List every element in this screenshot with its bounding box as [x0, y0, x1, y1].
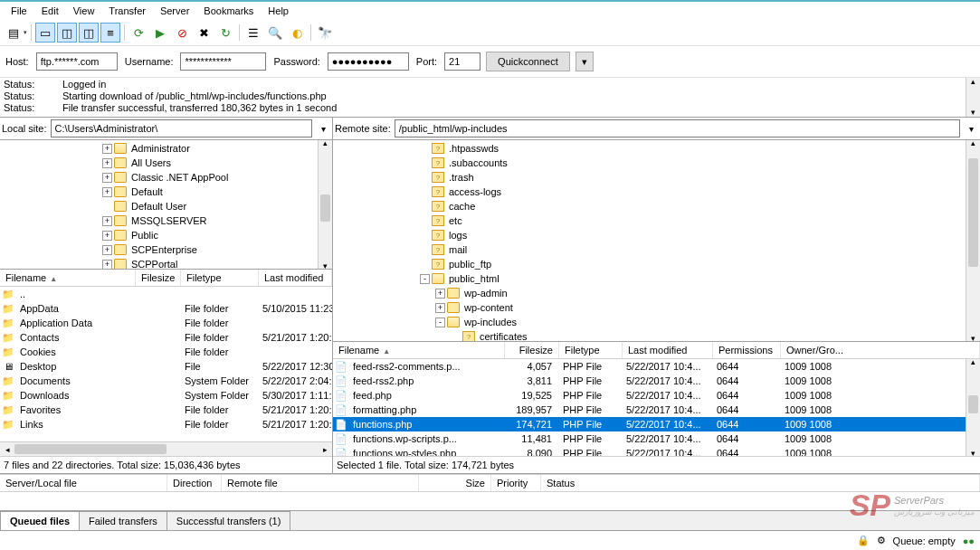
expand-icon[interactable]: +	[102, 158, 112, 168]
tree-item[interactable]: ?etc	[335, 213, 978, 228]
quickconnect-dropdown[interactable]: ▾	[576, 52, 594, 71]
col-filename[interactable]: Filename	[333, 342, 505, 358]
col-filetype[interactable]: Filetype	[181, 270, 259, 286]
toggle-remotetree-icon[interactable]: ◫	[79, 23, 99, 43]
tree-item[interactable]: +Administrator	[2, 141, 330, 156]
col-direction[interactable]: Direction	[167, 475, 222, 491]
menu-bookmarks[interactable]: Bookmarks	[196, 4, 261, 18]
tree-item[interactable]: ?logs	[335, 228, 978, 242]
disconnect-icon[interactable]: ✖	[194, 23, 214, 43]
file-row[interactable]: 📁 Application Data File folder	[0, 316, 332, 330]
file-row[interactable]: 📄 feed.php 19,525 PHP File 5/22/2017 10:…	[333, 388, 980, 403]
tree-item[interactable]: +Classic .NET AppPool	[2, 170, 330, 185]
expand-icon[interactable]: +	[102, 245, 112, 255]
col-filesize[interactable]: Filesize	[136, 270, 181, 286]
host-input[interactable]	[36, 52, 118, 71]
log-scrollbar[interactable]: ▴▾	[966, 78, 980, 117]
menu-file[interactable]: File	[4, 4, 34, 18]
file-row[interactable]: 📁 Cookies File folder	[0, 345, 332, 359]
dropdown-icon[interactable]: ▾	[316, 124, 330, 134]
col-status[interactable]: Status	[541, 475, 980, 491]
tree-item[interactable]: ?public_ftp	[335, 257, 978, 271]
username-input[interactable]	[180, 52, 266, 71]
refresh-icon[interactable]: ⟳	[128, 23, 148, 43]
tree-item[interactable]: +Default	[2, 185, 330, 199]
local-path-input[interactable]	[51, 119, 312, 138]
collapse-icon[interactable]: -	[420, 274, 430, 284]
col-remote-file[interactable]: Remote file	[222, 475, 419, 491]
menu-transfer[interactable]: Transfer	[101, 4, 153, 18]
file-row[interactable]: 🖥 Desktop File 5/22/2017 12:30:0	[0, 359, 332, 374]
file-row[interactable]: 📄 functions.wp-scripts.p... 11,481 PHP F…	[333, 431, 980, 446]
file-row[interactable]: 📄 feed-rss2.php 3,811 PHP File 5/22/2017…	[333, 374, 980, 388]
tree-item[interactable]: +All Users	[2, 156, 330, 170]
col-modified[interactable]: Last modified	[259, 270, 332, 286]
remote-path-input[interactable]	[395, 119, 960, 138]
col-owner[interactable]: Owner/Gro...	[781, 342, 980, 358]
reconnect-icon[interactable]: ↻	[215, 23, 235, 43]
search-icon[interactable]: 🔍	[265, 23, 285, 43]
col-permissions[interactable]: Permissions	[713, 342, 781, 358]
tree-item[interactable]: -public_html	[335, 271, 978, 286]
col-filename[interactable]: Filename	[0, 270, 136, 286]
tree-item[interactable]: ?mail	[335, 242, 978, 257]
file-row[interactable]: 📁 Favorites File folder 5/21/2017 1:20:2…	[0, 403, 332, 417]
dropdown-icon[interactable]: ▾	[964, 124, 978, 134]
tree-item[interactable]: +wp-content	[335, 300, 978, 315]
remote-rows-scrollbar[interactable]: ▴▾	[966, 359, 980, 456]
file-row[interactable]: 📁 AppData File folder 5/10/2015 11:23:3	[0, 301, 332, 316]
file-row[interactable]: 📁 Contacts File folder 5/21/2017 1:20:27	[0, 330, 332, 345]
expand-icon[interactable]: +	[435, 303, 445, 313]
filter-icon[interactable]: ☰	[243, 23, 263, 43]
tree-item[interactable]: +Public	[2, 228, 330, 242]
collapse-icon[interactable]: -	[435, 318, 445, 327]
col-server-file[interactable]: Server/Local file	[0, 475, 167, 491]
menu-help[interactable]: Help	[261, 4, 296, 18]
password-input[interactable]	[328, 52, 409, 71]
file-row[interactable]: 📄 feed-rss2-comments.p... 4,057 PHP File…	[333, 359, 980, 374]
expand-icon[interactable]: +	[102, 231, 112, 241]
file-row[interactable]: 📁 Documents System Folder 5/22/2017 2:04…	[0, 374, 332, 388]
cancel-icon[interactable]: ⊘	[172, 23, 192, 43]
local-tree-scrollbar[interactable]: ▴▾	[318, 140, 332, 269]
col-modified[interactable]: Last modified	[623, 342, 713, 358]
remote-tree-scrollbar[interactable]: ▴▾	[966, 140, 980, 341]
local-hscroll[interactable]: ◂▸	[0, 441, 332, 456]
file-row[interactable]: 📁 Links File folder 5/21/2017 1:20:28	[0, 417, 332, 431]
toggle-queue-icon[interactable]: ≡	[100, 23, 120, 43]
process-queue-icon[interactable]: ▶	[150, 23, 170, 43]
tree-item[interactable]: +MSSQLSERVER	[2, 213, 330, 228]
tree-item[interactable]: +wp-admin	[335, 286, 978, 300]
binoculars-icon[interactable]: 🔭	[315, 23, 335, 43]
tree-item[interactable]: Default User	[2, 199, 330, 213]
file-row[interactable]: 📄 functions.wp-styles.php 8,090 PHP File…	[333, 446, 980, 456]
toggle-log-icon[interactable]: ▭	[35, 23, 55, 43]
menu-view[interactable]: View	[66, 4, 102, 18]
expand-icon[interactable]: +	[102, 173, 112, 183]
tree-item[interactable]: ?access-logs	[335, 185, 978, 199]
tree-item[interactable]: +SCPEnterprise	[2, 242, 330, 257]
tree-item[interactable]: ?.htpasswds	[335, 141, 978, 156]
file-row[interactable]: 📄 formatting.php 189,957 PHP File 5/22/2…	[333, 403, 980, 417]
tab-failed[interactable]: Failed transfers	[79, 511, 167, 530]
expand-icon[interactable]: +	[102, 260, 112, 270]
tree-item[interactable]: -wp-includes	[335, 315, 978, 329]
tree-item[interactable]: +SCPPortal	[2, 257, 330, 270]
gear-icon[interactable]: ⚙	[877, 535, 886, 546]
file-row[interactable]: 📁 ..	[0, 287, 332, 301]
tree-item[interactable]: ?.subaccounts	[335, 156, 978, 170]
menu-edit[interactable]: Edit	[34, 4, 66, 18]
expand-icon[interactable]: +	[435, 289, 445, 299]
tree-item[interactable]: ?certificates	[335, 329, 978, 342]
col-size[interactable]: Size	[419, 475, 491, 491]
sitemanager-icon[interactable]: ▤	[4, 23, 24, 43]
tree-item[interactable]: ?cache	[335, 199, 978, 213]
sitemanager-dropdown[interactable]: ▾	[24, 29, 27, 36]
expand-icon[interactable]: +	[102, 187, 112, 197]
tree-item[interactable]: ?.trash	[335, 170, 978, 185]
col-filetype[interactable]: Filetype	[559, 342, 623, 358]
port-input[interactable]	[444, 52, 480, 71]
toggle-localtree-icon[interactable]: ◫	[57, 23, 77, 43]
menu-server[interactable]: Server	[153, 4, 196, 18]
col-filesize[interactable]: Filesize	[505, 342, 559, 358]
